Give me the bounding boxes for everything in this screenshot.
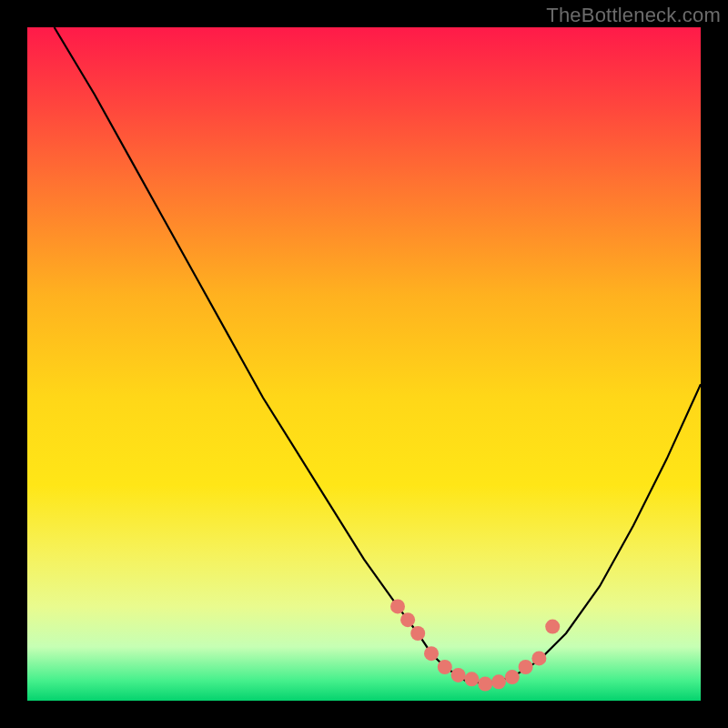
- data-marker: [464, 672, 479, 686]
- data-marker: [478, 677, 492, 692]
- chart-svg: [27, 27, 701, 701]
- watermark-text: TheBottleneck.com: [546, 4, 721, 27]
- marker-group: [390, 599, 560, 691]
- data-marker: [424, 646, 439, 661]
- bottleneck-curve: [55, 27, 701, 684]
- data-marker: [505, 670, 520, 684]
- data-marker: [438, 660, 452, 674]
- data-marker: [491, 674, 506, 689]
- data-marker: [390, 599, 405, 613]
- data-marker: [519, 660, 533, 674]
- data-marker: [400, 612, 415, 627]
- data-marker: [545, 620, 560, 634]
- data-marker: [410, 626, 425, 641]
- chart-frame: [27, 27, 701, 701]
- data-marker: [451, 668, 466, 682]
- data-marker: [531, 651, 546, 665]
